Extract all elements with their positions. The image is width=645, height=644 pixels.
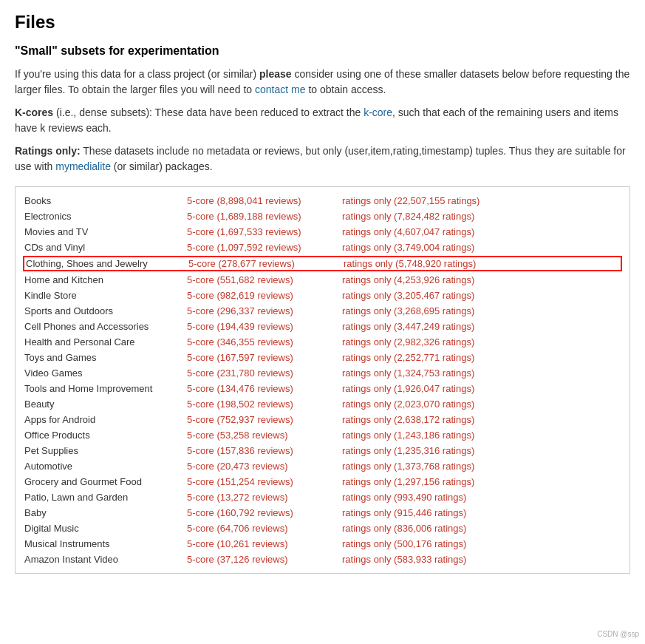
core-link[interactable]: 5-core (20,473 reviews): [187, 461, 342, 472]
category-label: Beauty: [24, 399, 187, 410]
ratings-link[interactable]: ratings only (2,252,771 ratings): [342, 352, 621, 363]
table-row: Sports and Outdoors5-core (296,337 revie…: [24, 303, 621, 319]
category-label: Baby: [24, 507, 187, 518]
ratings-link[interactable]: ratings only (915,446 ratings): [342, 507, 621, 518]
ratings-link[interactable]: ratings only (3,447,249 ratings): [342, 321, 621, 332]
category-label: Grocery and Gourmet Food: [24, 476, 187, 487]
core-link[interactable]: 5-core (160,792 reviews): [187, 507, 342, 518]
ratings-link[interactable]: ratings only (22,507,155 ratings): [342, 195, 621, 206]
ratings-link[interactable]: ratings only (1,235,316 ratings): [342, 445, 621, 456]
table-row: Health and Personal Care5-core (346,355 …: [24, 334, 621, 350]
ratings-link[interactable]: ratings only (1,324,753 ratings): [342, 367, 621, 379]
category-label: Amazon Instant Video: [24, 554, 187, 565]
core-link[interactable]: 5-core (551,682 reviews): [187, 274, 342, 285]
table-row: Automotive5-core (20,473 reviews)ratings…: [24, 458, 621, 474]
core-link[interactable]: 5-core (231,780 reviews): [187, 367, 342, 379]
k-cores-bold: K-cores: [15, 106, 53, 118]
table-row: CDs and Vinyl5-core (1,097,592 reviews)r…: [24, 240, 621, 255]
ratings-link[interactable]: ratings only (1,297,156 ratings): [342, 476, 621, 487]
core-link[interactable]: 5-core (278,677 reviews): [188, 258, 344, 269]
ratings-link[interactable]: ratings only (5,748,920 ratings): [344, 258, 619, 269]
table-row: Office Products5-core (53,258 reviews)ra…: [24, 427, 621, 443]
category-label: Health and Personal Care: [24, 336, 187, 348]
core-link[interactable]: 5-core (157,836 reviews): [187, 445, 342, 456]
core-link[interactable]: 5-core (53,258 reviews): [187, 430, 342, 441]
table-row: Kindle Store5-core (982,619 reviews)rati…: [24, 288, 621, 303]
table-row: Grocery and Gourmet Food5-core (151,254 …: [24, 474, 621, 489]
please-bold: please: [259, 68, 292, 80]
core-link[interactable]: 5-core (982,619 reviews): [187, 290, 342, 301]
ratings-link[interactable]: ratings only (4,607,047 ratings): [342, 226, 621, 237]
ratings-link[interactable]: ratings only (3,749,004 ratings): [342, 242, 621, 253]
core-link[interactable]: 5-core (13,272 reviews): [187, 492, 342, 503]
ratings-link[interactable]: ratings only (2,982,326 ratings): [342, 336, 621, 348]
category-label: Cell Phones and Accessories: [24, 321, 187, 332]
ratings-link[interactable]: ratings only (1,243,186 ratings): [342, 430, 621, 441]
category-label: Patio, Lawn and Garden: [24, 492, 187, 503]
core-link[interactable]: 5-core (151,254 reviews): [187, 476, 342, 487]
category-label: Toys and Games: [24, 352, 187, 363]
category-label: CDs and Vinyl: [24, 242, 187, 253]
ratings-link[interactable]: ratings only (1,926,047 ratings): [342, 383, 621, 394]
category-label: Pet Supplies: [24, 445, 187, 456]
table-row: Patio, Lawn and Garden5-core (13,272 rev…: [24, 489, 621, 505]
contact-link[interactable]: contact me: [255, 84, 305, 95]
core-link[interactable]: 5-core (64,706 reviews): [187, 523, 342, 534]
category-label: Sports and Outdoors: [24, 305, 187, 316]
ratings-link[interactable]: ratings only (1,373,768 ratings): [342, 461, 621, 472]
section-subtitle: "Small" subsets for experimentation: [15, 44, 630, 58]
category-label: Clothing, Shoes and Jewelry: [26, 258, 188, 269]
ratings-link[interactable]: ratings only (7,824,482 ratings): [342, 211, 621, 222]
ratings-link[interactable]: ratings only (583,933 ratings): [342, 554, 621, 565]
table-row: Amazon Instant Video5-core (37,126 revie…: [24, 552, 621, 567]
table-row: Cell Phones and Accessories5-core (194,4…: [24, 319, 621, 334]
intro-paragraph-2: K-cores (i.e., dense subsets): These dat…: [15, 105, 630, 136]
table-row: Toys and Games5-core (167,597 reviews)ra…: [24, 350, 621, 365]
table-row: Clothing, Shoes and Jewelry5-core (278,6…: [23, 256, 622, 271]
core-link[interactable]: 5-core (37,126 reviews): [187, 554, 342, 565]
category-label: Digital Music: [24, 523, 187, 534]
table-row: Musical Instruments5-core (10,261 review…: [24, 536, 621, 552]
core-link[interactable]: 5-core (296,337 reviews): [187, 305, 342, 316]
table-row: Beauty5-core (198,502 reviews)ratings on…: [24, 396, 621, 412]
table-row: Books5-core (8,898,041 reviews)ratings o…: [24, 193, 621, 209]
ratings-link[interactable]: ratings only (3,268,695 ratings): [342, 305, 621, 316]
core-link[interactable]: 5-core (752,937 reviews): [187, 414, 342, 425]
core-link[interactable]: 5-core (198,502 reviews): [187, 399, 342, 410]
table-row: Baby5-core (160,792 reviews)ratings only…: [24, 505, 621, 521]
ratings-link[interactable]: ratings only (4,253,926 ratings): [342, 274, 621, 285]
category-label: Electronics: [24, 211, 187, 222]
k-core-link[interactable]: k-core: [364, 106, 392, 118]
core-link[interactable]: 5-core (134,476 reviews): [187, 383, 342, 394]
core-link[interactable]: 5-core (1,097,592 reviews): [187, 242, 342, 253]
core-link[interactable]: 5-core (1,697,533 reviews): [187, 226, 342, 237]
table-row: Digital Music5-core (64,706 reviews)rati…: [24, 521, 621, 536]
core-link[interactable]: 5-core (1,689,188 reviews): [187, 211, 342, 222]
core-link[interactable]: 5-core (346,355 reviews): [187, 336, 342, 348]
table-row: Movies and TV5-core (1,697,533 reviews)r…: [24, 224, 621, 240]
core-link[interactable]: 5-core (167,597 reviews): [187, 352, 342, 363]
category-label: Automotive: [24, 461, 187, 472]
table-row: Apps for Android5-core (752,937 reviews)…: [24, 412, 621, 427]
data-table: Books5-core (8,898,041 reviews)ratings o…: [15, 186, 630, 574]
table-row: Pet Supplies5-core (157,836 reviews)rati…: [24, 443, 621, 458]
category-label: Movies and TV: [24, 226, 187, 237]
table-row: Electronics5-core (1,689,188 reviews)rat…: [24, 209, 621, 224]
table-row: Tools and Home Improvement5-core (134,47…: [24, 381, 621, 396]
ratings-link[interactable]: ratings only (2,638,172 ratings): [342, 414, 621, 425]
page-title: Files: [15, 12, 630, 33]
category-label: Tools and Home Improvement: [24, 383, 187, 394]
category-label: Kindle Store: [24, 290, 187, 301]
ratings-link[interactable]: ratings only (2,023,070 ratings): [342, 399, 621, 410]
ratings-link[interactable]: ratings only (993,490 ratings): [342, 492, 621, 503]
table-row: Home and Kitchen5-core (551,682 reviews)…: [24, 272, 621, 288]
ratings-link[interactable]: ratings only (836,006 ratings): [342, 523, 621, 534]
core-link[interactable]: 5-core (8,898,041 reviews): [187, 195, 342, 206]
mymedialite-link[interactable]: mymedialite: [55, 160, 111, 172]
ratings-link[interactable]: ratings only (3,205,467 ratings): [342, 290, 621, 301]
core-link[interactable]: 5-core (194,439 reviews): [187, 321, 342, 332]
core-link[interactable]: 5-core (10,261 reviews): [187, 538, 342, 549]
ratings-link[interactable]: ratings only (500,176 ratings): [342, 538, 621, 549]
ratings-only-bold: Ratings only:: [15, 145, 81, 157]
category-label: Books: [24, 195, 187, 206]
